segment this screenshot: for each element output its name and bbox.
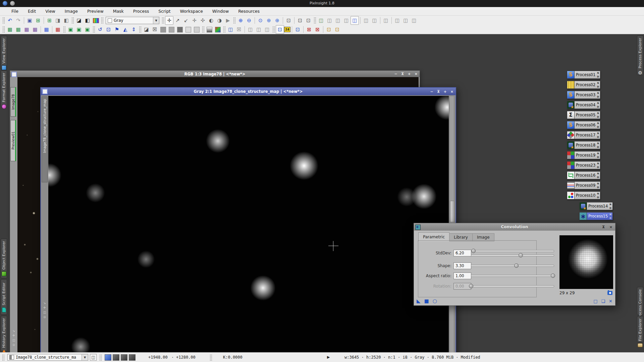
iconize-window-icon[interactable]: ◨ — [54, 16, 62, 25]
workspace-b-icon[interactable]: ◫ — [401, 16, 410, 25]
param-value-field[interactable]: 3.30 — [453, 262, 471, 269]
view-select-icon[interactable] — [42, 89, 48, 94]
color-palette-icon[interactable] — [92, 16, 100, 25]
workspace-c-icon[interactable]: ◫ — [410, 16, 418, 25]
corner-tool-icon[interactable]: ⊙ — [43, 316, 46, 319]
menu-item-image[interactable]: Image — [60, 7, 83, 15]
scatter-view-icon[interactable]: ✣ — [199, 16, 207, 25]
param-slider[interactable] — [471, 285, 554, 287]
process-item-process06[interactable]: SProcess06ND — [567, 121, 600, 129]
stf-enable-icon[interactable]: ◫ — [255, 25, 263, 34]
process-item-process01[interactable]: SProcess01ND — [567, 71, 600, 79]
dock-tab-history-explorer[interactable]: History Explorer — [1, 316, 7, 351]
zoom-to-fill-icon[interactable]: ⊕ — [273, 16, 281, 25]
zoom-in-icon[interactable]: ⊕ — [236, 16, 245, 25]
rgb-window-titlebar[interactable]: RGB 1:3 Image78 | <*new*> −⊼+× — [10, 71, 420, 77]
tab-parametric[interactable]: Parametric — [418, 232, 449, 241]
process-item-process05[interactable]: ΣProcess05ND — [567, 111, 600, 119]
channel-selector[interactable]: Gray▼ — [106, 17, 159, 24]
process-item-process10[interactable]: Process10ND — [567, 191, 600, 199]
dock-tab-object-explorer[interactable]: Object Explorer — [1, 239, 7, 278]
window-restore-icon[interactable]: ◫ — [382, 16, 390, 25]
screen-reject-icon[interactable]: ⊠ — [305, 25, 313, 34]
dock-tab-script-editor[interactable]: Script Editor — [1, 279, 7, 315]
slider-thumb[interactable] — [551, 274, 555, 278]
zoom-1-1-icon[interactable]: ⊙ — [256, 16, 265, 25]
window-explore-icon[interactable]: ◫ — [325, 16, 334, 25]
param-value-field[interactable]: 6.20 — [453, 250, 471, 256]
reset-icon[interactable]: ✕ — [609, 299, 612, 303]
deiconize-window-icon[interactable]: ◧ — [62, 16, 70, 25]
close-icon[interactable]: × — [450, 90, 453, 94]
channel-swatch[interactable] — [113, 354, 119, 361]
split-vertical-icon[interactable]: ⇕ — [129, 25, 138, 34]
gray-image-window[interactable]: Gray 2:1 Image78_clone_structure_map | <… — [40, 87, 456, 362]
fit-view-icon[interactable]: ⊡ — [296, 16, 304, 25]
menu-item-resources[interactable]: Resources — [233, 7, 264, 15]
dock-tab-file-explorer[interactable]: File Explorer — [637, 316, 643, 342]
process-item-process02[interactable]: Process02ND — [567, 81, 600, 89]
dock-tab-view-explorer[interactable]: View Explorer — [1, 36, 7, 69]
window-tile-icon[interactable]: ◫ — [342, 16, 351, 25]
gray-swatch-4[interactable] — [185, 27, 191, 33]
pin-icon[interactable]: ⊼ — [602, 225, 605, 229]
menu-item-workspace[interactable]: Workspace — [175, 7, 208, 15]
invert-display-icon[interactable]: ◪ — [75, 16, 83, 25]
zoom-out-icon[interactable]: ⊖ — [245, 16, 253, 25]
minimize-icon[interactable]: − — [394, 72, 397, 76]
crescent-right-icon[interactable]: ◑ — [215, 16, 224, 25]
screen-24bit-icon[interactable]: 24 — [284, 27, 290, 32]
camera-icon[interactable] — [607, 291, 612, 295]
active-window-icon[interactable]: ◫ — [351, 16, 359, 25]
project-save-icon[interactable]: ▦ — [22, 25, 31, 34]
convolution-dialog[interactable]: ∗ Convolution ⊼ × ParametricLibraryImage… — [414, 223, 615, 306]
corner-tool-icon[interactable]: ◫ — [12, 339, 15, 342]
crescent-left-icon[interactable]: ◐ — [207, 16, 215, 25]
close-x-icon[interactable]: ☒ — [151, 25, 159, 34]
corner-tool-icon[interactable]: ↘ — [43, 302, 46, 305]
chevron-down-icon[interactable]: ▼ — [153, 17, 159, 24]
slider-thumb[interactable] — [471, 249, 476, 253]
selection-rect-icon[interactable]: ⊡ — [104, 25, 113, 34]
dock-tab-process-console[interactable]: Process Console — [637, 287, 643, 315]
gray-swatch-3[interactable] — [177, 27, 183, 33]
rotate-undo-icon[interactable]: ↺ — [96, 25, 104, 34]
window-next-icon[interactable]: ◫ — [370, 16, 379, 25]
open-list-icon[interactable]: ▣ — [83, 25, 92, 34]
shade-half-icon[interactable]: ◪ — [142, 25, 151, 34]
stf-delete-icon[interactable]: ☒ — [235, 25, 243, 34]
corner-tool-icon[interactable]: ✛ — [12, 334, 15, 337]
fit-contents-icon[interactable]: ⊡ — [304, 16, 313, 25]
gray-window-titlebar[interactable]: Gray 2:1 Image78_clone_structure_map | <… — [41, 88, 455, 95]
duplicate-image-window-icon[interactable]: ⊞ — [45, 16, 54, 25]
corner-tool-icon[interactable]: ⊙ — [12, 344, 15, 347]
window-shade-icon[interactable]: ◫ — [334, 16, 342, 25]
stf-edit-icon[interactable]: ◫ — [246, 25, 255, 34]
zoom-to-fit-icon[interactable]: ⊕ — [265, 16, 273, 25]
maximize-icon[interactable]: + — [444, 90, 447, 94]
process-item-process18[interactable]: Process18ND — [567, 141, 600, 149]
chevron-down-icon[interactable]: ▼ — [82, 354, 88, 360]
menu-item-edit[interactable]: Edit — [23, 7, 41, 15]
process-item-process23[interactable]: Process23ND — [567, 161, 600, 169]
vertical-scroll-thumb[interactable] — [450, 201, 454, 222]
gray-image-canvas[interactable] — [48, 96, 449, 362]
corner-tool-icon[interactable]: ✛ — [43, 306, 46, 309]
screen-transfer-icon[interactable]: ⊡ — [293, 25, 302, 34]
fit-window-icon[interactable]: ⊡ — [284, 16, 293, 25]
stf-icon[interactable]: ◫ — [226, 25, 235, 34]
corner-tool-icon[interactable]: ◫ — [43, 311, 46, 314]
slider-thumb[interactable] — [514, 263, 519, 268]
pan-mode-icon[interactable]: ✛ — [165, 16, 173, 25]
open-recent-icon[interactable]: ▣ — [66, 25, 75, 34]
shade-icon[interactable]: ⊼ — [437, 90, 440, 94]
project-history-icon[interactable]: ▦ — [6, 25, 14, 34]
screen-reject-alt-icon[interactable]: ⊠ — [313, 25, 322, 34]
redo-icon[interactable]: ↷ — [14, 16, 22, 25]
process-item-process03[interactable]: SProcess03ND — [567, 91, 600, 99]
gray-view-side-tab[interactable]: Image78_clone_structure_map — [42, 97, 48, 182]
track-view-icon[interactable]: ○ — [433, 299, 437, 304]
screen-stf-icon[interactable]: ⊡ — [276, 25, 284, 34]
screen-warn-icon[interactable]: ⊡ — [325, 25, 333, 34]
param-value-field[interactable]: 1.00 — [453, 273, 471, 279]
